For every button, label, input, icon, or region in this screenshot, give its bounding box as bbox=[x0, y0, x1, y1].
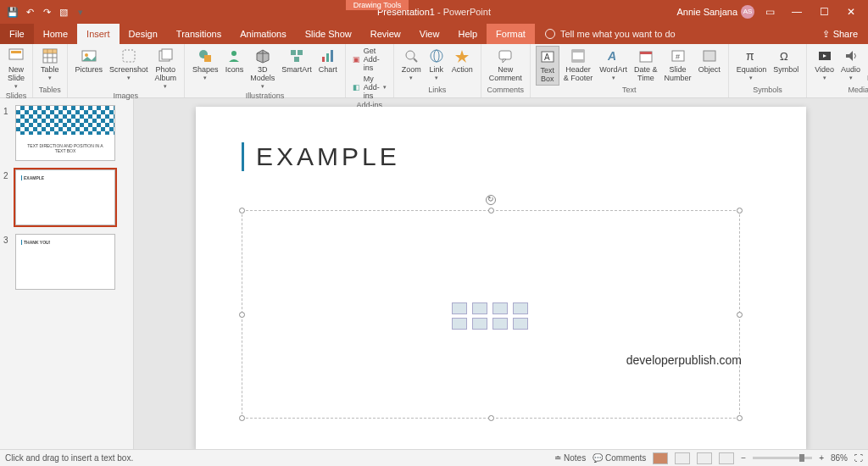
undo-icon[interactable]: ↶ bbox=[22, 4, 37, 19]
photo-album-icon bbox=[157, 47, 174, 64]
insert-video-icon[interactable] bbox=[492, 318, 508, 330]
new-comment-button[interactable]: New Comment bbox=[487, 46, 525, 84]
insert-table-icon[interactable] bbox=[452, 302, 467, 314]
insert-icon-icon[interactable] bbox=[513, 318, 528, 330]
tab-format[interactable]: Format bbox=[487, 24, 535, 44]
wordart-button[interactable]: AWordArt▾ bbox=[597, 46, 630, 83]
resize-handle[interactable] bbox=[737, 208, 743, 214]
qat-more-icon[interactable]: ▾ bbox=[73, 4, 88, 19]
get-addins-button[interactable]: ▣Get Add-ins bbox=[351, 46, 388, 73]
comments-button[interactable]: 💬 Comments bbox=[593, 453, 646, 463]
audio-button[interactable]: Audio▾ bbox=[838, 46, 863, 83]
minimize-icon[interactable]: — bbox=[785, 6, 809, 18]
insert-3d-icon[interactable] bbox=[513, 302, 528, 314]
fit-to-window-icon[interactable]: ⛶ bbox=[854, 453, 863, 463]
action-button[interactable]: Action bbox=[449, 46, 476, 75]
ribbon-options-icon[interactable]: ▭ bbox=[758, 6, 782, 18]
thumb-row[interactable]: 2 EXAMPLE bbox=[3, 169, 130, 225]
object-button[interactable]: Object bbox=[696, 46, 723, 75]
svg-rect-23 bbox=[326, 53, 329, 62]
screen-recording-button[interactable]: Screen Recording bbox=[865, 46, 868, 84]
shapes-button[interactable]: Shapes▾ bbox=[190, 46, 221, 83]
canvas-area[interactable]: EXAMPLE bbox=[134, 98, 868, 449]
resize-handle[interactable] bbox=[239, 208, 245, 214]
text-box-button[interactable]: AText Box bbox=[536, 46, 559, 86]
zoom-level[interactable]: 86% bbox=[831, 453, 848, 463]
header-footer-button[interactable]: Header & Footer bbox=[561, 46, 596, 84]
tab-help[interactable]: Help bbox=[448, 24, 487, 44]
slide-number-button[interactable]: #Slide Number bbox=[662, 46, 694, 84]
screenshot-button[interactable]: Screenshot▾ bbox=[107, 46, 151, 83]
thumb-row[interactable]: 1 TEXT DIRECTION AND POSITION IN A TEXT … bbox=[3, 105, 130, 161]
rotate-handle[interactable] bbox=[486, 195, 496, 205]
redo-icon[interactable]: ↷ bbox=[39, 4, 54, 19]
user-name[interactable]: Annie Sanjana bbox=[676, 7, 737, 17]
slide[interactable]: EXAMPLE bbox=[196, 107, 806, 449]
svg-rect-30 bbox=[499, 51, 511, 59]
tab-slideshow[interactable]: Slide Show bbox=[296, 24, 361, 44]
tab-home[interactable]: Home bbox=[34, 24, 77, 44]
contextual-tab-label: Drawing Tools bbox=[346, 0, 409, 10]
date-time-button[interactable]: Date & Time bbox=[632, 46, 660, 84]
slideshow-view-icon[interactable] bbox=[719, 452, 734, 464]
sorter-view-icon[interactable] bbox=[675, 452, 690, 464]
svg-rect-12 bbox=[162, 49, 172, 59]
link-button[interactable]: Link▾ bbox=[426, 46, 448, 83]
resize-handle[interactable] bbox=[737, 415, 743, 421]
tab-transitions[interactable]: Transitions bbox=[167, 24, 231, 44]
3d-models-button[interactable]: 3D Models▾ bbox=[248, 46, 277, 92]
thumb-row[interactable]: 3 THANK YOU! bbox=[3, 234, 130, 290]
equation-button[interactable]: πEquation▾ bbox=[734, 46, 770, 83]
icons-button[interactable]: Icons bbox=[223, 46, 247, 75]
resize-handle[interactable] bbox=[488, 208, 494, 214]
zoom-button[interactable]: Zoom▾ bbox=[399, 46, 424, 83]
insert-online-picture-icon[interactable] bbox=[472, 318, 487, 330]
symbol-button[interactable]: ΩSymbol bbox=[771, 46, 801, 75]
tab-animations[interactable]: Animations bbox=[231, 24, 295, 44]
svg-rect-14 bbox=[204, 55, 211, 62]
content-placeholder[interactable] bbox=[242, 210, 740, 419]
insert-picture-icon[interactable] bbox=[452, 318, 467, 330]
resize-handle[interactable] bbox=[239, 415, 245, 421]
chevron-down-icon: ▾ bbox=[14, 83, 18, 90]
placeholder-icons bbox=[452, 302, 530, 330]
smartart-button[interactable]: SmartArt bbox=[279, 46, 314, 75]
normal-view-icon[interactable] bbox=[653, 452, 668, 464]
slide-thumb-3[interactable]: THANK YOU! bbox=[15, 234, 115, 290]
slide-thumb-2[interactable]: EXAMPLE bbox=[15, 169, 115, 225]
svg-rect-7 bbox=[43, 49, 57, 53]
tab-design[interactable]: Design bbox=[120, 24, 167, 44]
zoom-out-button[interactable]: − bbox=[741, 453, 746, 463]
slide-title[interactable]: EXAMPLE bbox=[242, 142, 400, 171]
table-button[interactable]: Table ▾ bbox=[38, 46, 62, 83]
notes-button[interactable]: ≐ Notes bbox=[554, 453, 586, 463]
tab-file[interactable]: File bbox=[0, 24, 34, 44]
tell-me[interactable]: Tell me what you want to do bbox=[535, 24, 676, 44]
chart-button[interactable]: Chart bbox=[316, 46, 340, 75]
zoom-in-button[interactable]: + bbox=[819, 453, 824, 463]
tab-review[interactable]: Review bbox=[361, 24, 410, 44]
my-addins-button[interactable]: ◧My Add-ins▾ bbox=[351, 74, 388, 101]
zoom-slider[interactable] bbox=[753, 457, 812, 459]
svg-rect-19 bbox=[291, 50, 296, 55]
watermark: developerpublish.com bbox=[626, 353, 742, 367]
save-icon[interactable]: 💾 bbox=[5, 4, 20, 19]
slide-thumb-1[interactable]: TEXT DIRECTION AND POSITION IN A TEXT BO… bbox=[15, 105, 115, 161]
maximize-icon[interactable]: ☐ bbox=[812, 6, 836, 18]
video-button[interactable]: Video▾ bbox=[812, 46, 837, 83]
resize-handle[interactable] bbox=[239, 312, 245, 318]
resize-handle[interactable] bbox=[737, 312, 743, 318]
insert-chart-icon[interactable] bbox=[472, 302, 487, 314]
avatar[interactable]: AS bbox=[741, 5, 754, 19]
pictures-button[interactable]: Pictures bbox=[73, 46, 106, 75]
insert-smartart-icon[interactable] bbox=[492, 302, 508, 314]
resize-handle[interactable] bbox=[488, 415, 494, 421]
new-slide-button[interactable]: New Slide ▾ bbox=[5, 46, 27, 92]
start-slideshow-icon[interactable]: ▧ bbox=[56, 4, 71, 19]
share-button[interactable]: ⇪ Share bbox=[812, 24, 868, 44]
close-icon[interactable]: ✕ bbox=[839, 6, 863, 18]
reading-view-icon[interactable] bbox=[697, 452, 712, 464]
photo-album-button[interactable]: Photo Album▾ bbox=[153, 46, 180, 92]
tab-view[interactable]: View bbox=[410, 24, 449, 44]
tab-insert[interactable]: Insert bbox=[77, 24, 120, 44]
